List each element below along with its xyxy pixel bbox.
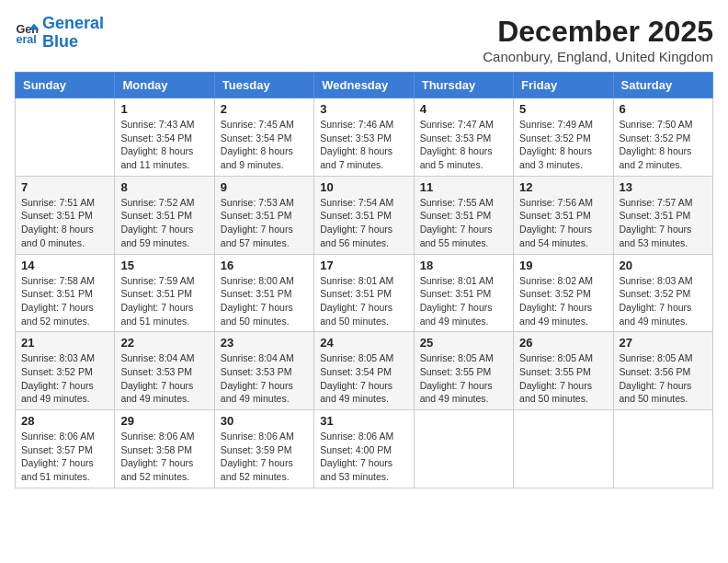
calendar-cell: 31Sunrise: 8:06 AMSunset: 4:00 PMDayligh…: [314, 410, 414, 488]
day-info: Sunrise: 7:54 AMSunset: 3:51 PMDaylight:…: [320, 196, 407, 250]
day-number: 12: [519, 180, 607, 194]
day-info: Sunrise: 8:05 AMSunset: 3:54 PMDaylight:…: [320, 351, 407, 406]
day-number: 28: [21, 414, 108, 428]
logo-text: GeneralBlue: [42, 15, 104, 52]
day-info: Sunrise: 8:02 AMSunset: 3:52 PMDaylight:…: [519, 274, 607, 328]
day-number: 5: [519, 102, 607, 116]
day-info: Sunrise: 8:06 AMSunset: 4:00 PMDaylight:…: [320, 430, 407, 484]
day-info: Sunrise: 8:04 AMSunset: 3:53 PMDaylight:…: [221, 351, 308, 406]
calendar-cell: 28Sunrise: 8:06 AMSunset: 3:57 PMDayligh…: [16, 410, 115, 488]
calendar-cell: 27Sunrise: 8:05 AMSunset: 3:56 PMDayligh…: [613, 332, 712, 410]
day-info: Sunrise: 7:57 AMSunset: 3:51 PMDaylight:…: [620, 196, 707, 250]
day-info: Sunrise: 8:01 AMSunset: 3:51 PMDaylight:…: [320, 274, 407, 328]
day-info: Sunrise: 7:55 AMSunset: 3:51 PMDaylight:…: [420, 196, 507, 250]
day-info: Sunrise: 7:50 AMSunset: 3:52 PMDaylight:…: [620, 118, 707, 172]
calendar: SundayMondayTuesdayWednesdayThursdayFrid…: [15, 72, 713, 488]
logo: Gen eral GeneralBlue: [15, 15, 104, 52]
day-number: 10: [320, 180, 407, 194]
day-number: 6: [620, 102, 707, 116]
calendar-cell: 16Sunrise: 8:00 AMSunset: 3:51 PMDayligh…: [214, 254, 313, 332]
calendar-week-row: 7Sunrise: 7:51 AMSunset: 3:51 PMDaylight…: [16, 176, 713, 254]
day-number: 31: [320, 414, 407, 428]
calendar-cell: 3Sunrise: 7:46 AMSunset: 3:53 PMDaylight…: [314, 98, 414, 177]
day-info: Sunrise: 7:46 AMSunset: 3:53 PMDaylight:…: [320, 118, 407, 172]
calendar-cell: 15Sunrise: 7:59 AMSunset: 3:51 PMDayligh…: [115, 254, 214, 332]
day-number: 2: [221, 102, 308, 116]
calendar-cell: 29Sunrise: 8:06 AMSunset: 3:58 PMDayligh…: [115, 410, 214, 488]
svg-text:eral: eral: [16, 33, 36, 46]
day-number: 24: [320, 336, 407, 350]
calendar-week-row: 1Sunrise: 7:43 AMSunset: 3:54 PMDaylight…: [16, 98, 713, 177]
day-info: Sunrise: 7:47 AMSunset: 3:53 PMDaylight:…: [420, 118, 507, 172]
calendar-cell: [613, 410, 712, 488]
day-info: Sunrise: 8:05 AMSunset: 3:56 PMDaylight:…: [620, 351, 707, 406]
location-title: Canonbury, England, United Kingdom: [483, 49, 713, 64]
day-header-thursday: Thursday: [414, 73, 513, 98]
day-number: 16: [221, 259, 308, 272]
calendar-cell: 20Sunrise: 8:03 AMSunset: 3:52 PMDayligh…: [613, 254, 712, 332]
day-number: 22: [120, 336, 208, 350]
calendar-cell: 12Sunrise: 7:56 AMSunset: 3:51 PMDayligh…: [514, 176, 613, 254]
day-number: 13: [620, 180, 707, 194]
calendar-cell: 21Sunrise: 8:03 AMSunset: 3:52 PMDayligh…: [16, 332, 115, 410]
day-info: Sunrise: 8:05 AMSunset: 3:55 PMDaylight:…: [519, 351, 607, 406]
calendar-cell: [16, 98, 115, 177]
day-info: Sunrise: 8:00 AMSunset: 3:51 PMDaylight:…: [221, 274, 308, 328]
day-header-sunday: Sunday: [16, 73, 115, 98]
day-number: 17: [320, 259, 407, 272]
day-number: 14: [21, 259, 108, 272]
calendar-cell: 17Sunrise: 8:01 AMSunset: 3:51 PMDayligh…: [314, 254, 414, 332]
day-info: Sunrise: 7:51 AMSunset: 3:51 PMDaylight:…: [21, 196, 108, 250]
day-info: Sunrise: 7:59 AMSunset: 3:51 PMDaylight:…: [120, 274, 208, 328]
calendar-cell: [514, 410, 613, 488]
calendar-cell: 8Sunrise: 7:52 AMSunset: 3:51 PMDaylight…: [115, 176, 214, 254]
day-info: Sunrise: 8:04 AMSunset: 3:53 PMDaylight:…: [120, 351, 208, 406]
day-info: Sunrise: 8:03 AMSunset: 3:52 PMDaylight:…: [21, 351, 108, 406]
day-number: 15: [120, 259, 208, 272]
calendar-cell: 23Sunrise: 8:04 AMSunset: 3:53 PMDayligh…: [214, 332, 313, 410]
header: Gen eral GeneralBlue December 2025 Canon…: [15, 15, 713, 64]
day-number: 1: [120, 102, 208, 116]
day-number: 11: [420, 180, 507, 194]
day-number: 9: [221, 180, 308, 194]
day-info: Sunrise: 8:06 AMSunset: 3:57 PMDaylight:…: [21, 430, 108, 484]
day-info: Sunrise: 7:58 AMSunset: 3:51 PMDaylight:…: [21, 274, 108, 328]
calendar-header-row: SundayMondayTuesdayWednesdayThursdayFrid…: [16, 73, 713, 98]
day-number: 27: [620, 336, 707, 350]
calendar-cell: 5Sunrise: 7:49 AMSunset: 3:52 PMDaylight…: [514, 98, 613, 177]
day-info: Sunrise: 7:56 AMSunset: 3:51 PMDaylight:…: [519, 196, 607, 250]
day-number: 3: [320, 102, 407, 116]
calendar-cell: 18Sunrise: 8:01 AMSunset: 3:51 PMDayligh…: [414, 254, 513, 332]
day-info: Sunrise: 8:06 AMSunset: 3:58 PMDaylight:…: [120, 430, 208, 484]
day-number: 18: [420, 259, 507, 272]
day-info: Sunrise: 7:45 AMSunset: 3:54 PMDaylight:…: [221, 118, 308, 172]
calendar-cell: 7Sunrise: 7:51 AMSunset: 3:51 PMDaylight…: [16, 176, 115, 254]
calendar-cell: [414, 410, 513, 488]
calendar-cell: 26Sunrise: 8:05 AMSunset: 3:55 PMDayligh…: [514, 332, 613, 410]
calendar-cell: 9Sunrise: 7:53 AMSunset: 3:51 PMDaylight…: [214, 176, 313, 254]
calendar-cell: 10Sunrise: 7:54 AMSunset: 3:51 PMDayligh…: [314, 176, 414, 254]
day-number: 4: [420, 102, 507, 116]
month-title: December 2025: [483, 15, 713, 49]
calendar-week-row: 14Sunrise: 7:58 AMSunset: 3:51 PMDayligh…: [16, 254, 713, 332]
day-info: Sunrise: 8:01 AMSunset: 3:51 PMDaylight:…: [420, 274, 507, 328]
calendar-cell: 13Sunrise: 7:57 AMSunset: 3:51 PMDayligh…: [613, 176, 712, 254]
logo-icon: Gen eral: [15, 20, 40, 46]
title-area: December 2025 Canonbury, England, United…: [483, 15, 713, 64]
calendar-cell: 22Sunrise: 8:04 AMSunset: 3:53 PMDayligh…: [115, 332, 214, 410]
day-number: 26: [519, 336, 607, 350]
calendar-cell: 6Sunrise: 7:50 AMSunset: 3:52 PMDaylight…: [613, 98, 712, 177]
day-number: 21: [21, 336, 108, 350]
day-info: Sunrise: 8:06 AMSunset: 3:59 PMDaylight:…: [221, 430, 308, 484]
day-info: Sunrise: 7:53 AMSunset: 3:51 PMDaylight:…: [221, 196, 308, 250]
day-header-saturday: Saturday: [613, 73, 712, 98]
day-number: 25: [420, 336, 507, 350]
day-number: 30: [221, 414, 308, 428]
day-info: Sunrise: 8:05 AMSunset: 3:55 PMDaylight:…: [420, 351, 507, 406]
day-number: 19: [519, 259, 607, 272]
calendar-cell: 11Sunrise: 7:55 AMSunset: 3:51 PMDayligh…: [414, 176, 513, 254]
day-number: 20: [620, 259, 707, 272]
day-number: 29: [120, 414, 208, 428]
day-info: Sunrise: 7:43 AMSunset: 3:54 PMDaylight:…: [120, 118, 208, 172]
day-number: 8: [120, 180, 208, 194]
